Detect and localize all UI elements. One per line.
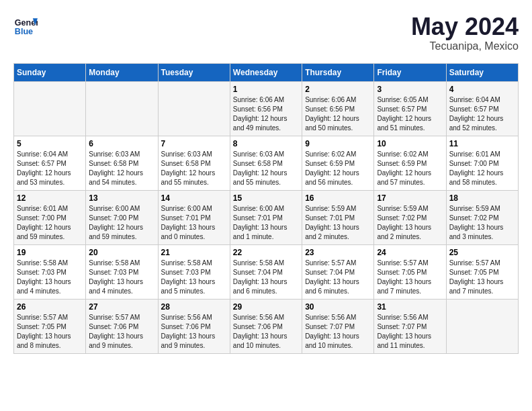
- day-number: 11: [449, 139, 515, 148]
- calendar-week-row: 1Sunrise: 6:06 AM Sunset: 6:56 PM Daylig…: [14, 81, 519, 136]
- day-detail: Sunrise: 5:57 AM Sunset: 7:04 PM Dayligh…: [305, 259, 371, 296]
- day-detail: Sunrise: 5:57 AM Sunset: 7:06 PM Dayligh…: [89, 313, 154, 351]
- day-number: 3: [377, 85, 443, 94]
- weekday-header: Tuesday: [158, 63, 230, 81]
- calendar-cell: 4Sunrise: 6:04 AM Sunset: 6:57 PM Daylig…: [446, 81, 518, 136]
- calendar-cell: 23Sunrise: 5:57 AM Sunset: 7:04 PM Dayli…: [302, 244, 374, 299]
- calendar-cell: 14Sunrise: 6:00 AM Sunset: 7:01 PM Dayli…: [158, 190, 230, 244]
- day-number: 19: [17, 248, 83, 257]
- day-detail: Sunrise: 5:56 AM Sunset: 7:07 PM Dayligh…: [305, 313, 371, 351]
- calendar-cell: 17Sunrise: 5:59 AM Sunset: 7:02 PM Dayli…: [374, 190, 446, 244]
- calendar-week-row: 19Sunrise: 5:58 AM Sunset: 7:03 PM Dayli…: [14, 244, 519, 299]
- day-detail: Sunrise: 6:02 AM Sunset: 6:59 PM Dayligh…: [305, 150, 371, 187]
- day-detail: Sunrise: 6:04 AM Sunset: 6:57 PM Dayligh…: [17, 150, 83, 187]
- weekday-header: Thursday: [302, 63, 374, 81]
- calendar-cell: 26Sunrise: 5:57 AM Sunset: 7:05 PM Dayli…: [14, 299, 86, 353]
- day-number: 24: [377, 248, 443, 257]
- calendar-cell: 22Sunrise: 5:58 AM Sunset: 7:04 PM Dayli…: [230, 244, 302, 299]
- calendar-cell: 9Sunrise: 6:02 AM Sunset: 6:59 PM Daylig…: [302, 136, 374, 190]
- calendar-cell: 6Sunrise: 6:03 AM Sunset: 6:58 PM Daylig…: [86, 136, 158, 190]
- day-detail: Sunrise: 5:58 AM Sunset: 7:04 PM Dayligh…: [233, 259, 299, 296]
- day-number: 8: [233, 139, 299, 148]
- day-detail: Sunrise: 6:00 AM Sunset: 7:00 PM Dayligh…: [89, 204, 154, 242]
- calendar-cell: 21Sunrise: 5:58 AM Sunset: 7:03 PM Dayli…: [158, 244, 230, 299]
- calendar-cell: [86, 81, 158, 136]
- calendar-week-row: 12Sunrise: 6:01 AM Sunset: 7:00 PM Dayli…: [14, 190, 519, 244]
- day-number: 29: [233, 302, 299, 312]
- month-title: May 2024: [411, 13, 519, 40]
- weekday-header-row: SundayMondayTuesdayWednesdayThursdayFrid…: [14, 63, 519, 81]
- day-detail: Sunrise: 6:02 AM Sunset: 6:59 PM Dayligh…: [377, 150, 443, 187]
- day-detail: Sunrise: 6:05 AM Sunset: 6:57 PM Dayligh…: [377, 95, 443, 133]
- logo: General Blue: [13, 13, 38, 38]
- calendar-cell: 12Sunrise: 6:01 AM Sunset: 7:00 PM Dayli…: [14, 190, 86, 244]
- calendar-cell: 27Sunrise: 5:57 AM Sunset: 7:06 PM Dayli…: [86, 299, 158, 353]
- day-detail: Sunrise: 5:57 AM Sunset: 7:05 PM Dayligh…: [449, 259, 515, 296]
- day-number: 13: [89, 193, 154, 203]
- calendar-cell: 24Sunrise: 5:57 AM Sunset: 7:05 PM Dayli…: [374, 244, 446, 299]
- calendar-table: SundayMondayTuesdayWednesdayThursdayFrid…: [13, 63, 519, 354]
- calendar-cell: [14, 81, 86, 136]
- day-number: 23: [305, 248, 371, 257]
- calendar-cell: 16Sunrise: 5:59 AM Sunset: 7:01 PM Dayli…: [302, 190, 374, 244]
- day-detail: Sunrise: 5:56 AM Sunset: 7:06 PM Dayligh…: [233, 313, 299, 351]
- day-number: 30: [305, 302, 371, 312]
- location-title: Tecuanipa, Mexico: [411, 40, 519, 52]
- day-detail: Sunrise: 5:59 AM Sunset: 7:01 PM Dayligh…: [305, 204, 371, 242]
- calendar-cell: 8Sunrise: 6:03 AM Sunset: 6:58 PM Daylig…: [230, 136, 302, 190]
- day-detail: Sunrise: 6:03 AM Sunset: 6:58 PM Dayligh…: [89, 150, 154, 187]
- day-number: 17: [377, 193, 443, 203]
- day-detail: Sunrise: 5:57 AM Sunset: 7:05 PM Dayligh…: [377, 259, 443, 296]
- day-detail: Sunrise: 5:58 AM Sunset: 7:03 PM Dayligh…: [17, 259, 83, 296]
- day-number: 22: [233, 248, 299, 257]
- day-number: 9: [305, 139, 371, 148]
- svg-text:Blue: Blue: [15, 27, 33, 36]
- day-number: 1: [233, 85, 299, 94]
- calendar-cell: 5Sunrise: 6:04 AM Sunset: 6:57 PM Daylig…: [14, 136, 86, 190]
- day-detail: Sunrise: 5:56 AM Sunset: 7:06 PM Dayligh…: [161, 313, 227, 351]
- day-number: 12: [17, 193, 83, 203]
- calendar-cell: [446, 299, 518, 353]
- calendar-cell: 11Sunrise: 6:01 AM Sunset: 7:00 PM Dayli…: [446, 136, 518, 190]
- day-number: 4: [449, 85, 515, 94]
- day-number: 7: [161, 139, 227, 148]
- calendar-cell: 1Sunrise: 6:06 AM Sunset: 6:56 PM Daylig…: [230, 81, 302, 136]
- calendar-cell: 2Sunrise: 6:06 AM Sunset: 6:56 PM Daylig…: [302, 81, 374, 136]
- day-detail: Sunrise: 5:57 AM Sunset: 7:05 PM Dayligh…: [17, 313, 83, 351]
- day-detail: Sunrise: 6:01 AM Sunset: 7:00 PM Dayligh…: [449, 150, 515, 187]
- day-detail: Sunrise: 6:00 AM Sunset: 7:01 PM Dayligh…: [161, 204, 227, 242]
- day-detail: Sunrise: 6:04 AM Sunset: 6:57 PM Dayligh…: [449, 95, 515, 133]
- calendar-cell: 13Sunrise: 6:00 AM Sunset: 7:00 PM Dayli…: [86, 190, 158, 244]
- day-number: 20: [89, 248, 154, 257]
- day-number: 27: [89, 302, 154, 312]
- calendar-cell: 20Sunrise: 5:58 AM Sunset: 7:03 PM Dayli…: [86, 244, 158, 299]
- day-number: 18: [449, 193, 515, 203]
- weekday-header: Monday: [86, 63, 158, 81]
- day-detail: Sunrise: 5:58 AM Sunset: 7:03 PM Dayligh…: [89, 259, 154, 296]
- day-detail: Sunrise: 5:59 AM Sunset: 7:02 PM Dayligh…: [449, 204, 515, 242]
- day-detail: Sunrise: 6:01 AM Sunset: 7:00 PM Dayligh…: [17, 204, 83, 242]
- weekday-header: Friday: [374, 63, 446, 81]
- calendar-cell: 3Sunrise: 6:05 AM Sunset: 6:57 PM Daylig…: [374, 81, 446, 136]
- calendar-week-row: 26Sunrise: 5:57 AM Sunset: 7:05 PM Dayli…: [14, 299, 519, 353]
- calendar-cell: 31Sunrise: 5:56 AM Sunset: 7:07 PM Dayli…: [374, 299, 446, 353]
- day-number: 16: [305, 193, 371, 203]
- day-detail: Sunrise: 5:59 AM Sunset: 7:02 PM Dayligh…: [377, 204, 443, 242]
- calendar-cell: 15Sunrise: 6:00 AM Sunset: 7:01 PM Dayli…: [230, 190, 302, 244]
- day-detail: Sunrise: 5:58 AM Sunset: 7:03 PM Dayligh…: [161, 259, 227, 296]
- calendar-cell: 10Sunrise: 6:02 AM Sunset: 6:59 PM Dayli…: [374, 136, 446, 190]
- calendar-cell: 30Sunrise: 5:56 AM Sunset: 7:07 PM Dayli…: [302, 299, 374, 353]
- logo-icon: General Blue: [13, 13, 38, 38]
- day-number: 31: [377, 302, 443, 312]
- day-detail: Sunrise: 6:03 AM Sunset: 6:58 PM Dayligh…: [233, 150, 299, 187]
- calendar-cell: 25Sunrise: 5:57 AM Sunset: 7:05 PM Dayli…: [446, 244, 518, 299]
- calendar-cell: 29Sunrise: 5:56 AM Sunset: 7:06 PM Dayli…: [230, 299, 302, 353]
- day-number: 5: [17, 139, 83, 148]
- weekday-header: Saturday: [446, 63, 518, 81]
- calendar-cell: [158, 81, 230, 136]
- calendar-cell: 28Sunrise: 5:56 AM Sunset: 7:06 PM Dayli…: [158, 299, 230, 353]
- calendar-cell: 7Sunrise: 6:03 AM Sunset: 6:58 PM Daylig…: [158, 136, 230, 190]
- day-number: 10: [377, 139, 443, 148]
- title-block: May 2024 Tecuanipa, Mexico: [411, 13, 519, 52]
- day-number: 2: [305, 85, 371, 94]
